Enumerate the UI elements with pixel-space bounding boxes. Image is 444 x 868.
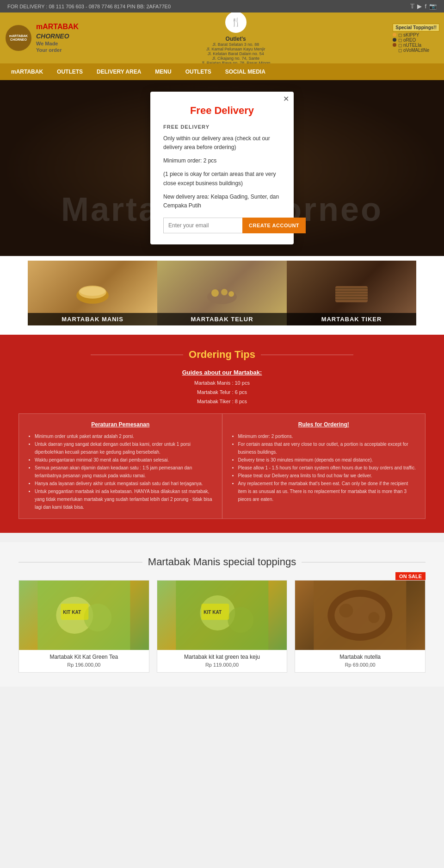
guides-title: Guides about our Martabak: [18,369,426,376]
svg-point-6 [228,291,234,297]
header-right: Special Toppings!! ◻ sKIPPY ◻ oREO ◻ nUT… [393,24,439,53]
twitter-icon[interactable]: 𝕋 [410,3,414,10]
topping-card-img-2: KIT KAT [157,581,287,650]
topping-card-price-1: Rp 196.000,00 [19,662,149,668]
nav-social[interactable]: SOCIAL MEDIA [219,65,272,79]
nav-outlets[interactable]: OUTLETS [50,65,89,79]
svg-text:KIT KAT: KIT KAT [63,610,81,615]
facebook-icon[interactable]: f [425,3,426,10]
rules-col-english: Rules for Ordering! Minimum order: 2 por… [222,414,426,518]
topping-card-2[interactable]: KIT KAT Martabak kit kat green tea keju … [157,580,288,673]
logo-circle: mARTABAKCHORNEO [5,24,32,52]
modal-paragraph-1: Only within our delivery area (check out… [163,134,281,152]
contact-info: FOR DELIVERY : 08 111 706 603 - 0878 774… [7,4,171,9]
topping-card-3[interactable]: Martabak nutella Rp 69.000,00 [295,580,426,673]
rules-col-indonesian: Peraturan Pemesanan Minimum order untuk … [19,414,222,518]
topping-card-price-2: Rp 119.000,00 [157,662,287,668]
svg-point-26 [339,604,353,618]
youtube-icon[interactable]: ▶ [417,3,422,10]
product-label-tiker: MARTABAK TIKER [287,313,416,325]
svg-text:KIT KAT: KIT KAT [204,610,222,615]
product-label-telur: MARTABAK TELUR [157,313,287,325]
on-sale-badge: ON SALE [395,572,426,581]
topping-oreo: ◻ oREO [393,37,439,43]
navigation: mARTABAK OUTLETS DELIVERY AREA MENU OUTL… [0,63,444,80]
topping-nutella: ◻ nUTELla [393,43,439,48]
modal-paragraph-3: (1 piece is okay for certain areas that … [163,170,281,187]
topping-card-1[interactable]: KIT KAT Martabak Kit Kat Green Tea Rp 19… [18,580,149,673]
free-delivery-modal: ✕ Free Delivery FREE DELIVERY Only withi… [150,92,294,244]
products-section: MARTABAK MANIS MARTABAK TELUR MARTABAK T… [0,256,444,335]
rules-en-list: Minimum order: 2 portions.For certain ar… [231,432,417,503]
logo-area: mARTABAKCHORNEO mARTABAK CHORNEO We Made… [5,22,79,54]
title-line-left [91,355,183,355]
title-line-right [261,355,353,355]
modal-paragraph-2: Minimum order: 2 pcs [163,156,281,165]
product-card-tiker[interactable]: MARTABAK TIKER [287,261,416,325]
toppings-line-left [18,562,142,562]
topping-card-img-3 [295,581,425,650]
topping-card-name-3: Martabak nutella [298,654,422,660]
toppings-title-wrap: Martabak Manis special toppings [18,556,426,568]
chef-logo: 🍴 [224,12,247,34]
topping-card-name-1: Martabak Kit Kat Green Tea [22,654,146,660]
toppings-grid: KIT KAT Martabak Kit Kat Green Tea Rp 19… [18,580,426,673]
nav-delivery[interactable]: DELIVERY AREA [90,65,148,79]
topping-ovomaltine: ◻ oVoMALtINe [393,48,439,53]
svg-point-27 [369,612,380,623]
product-card-telur[interactable]: MARTABAK TELUR [157,261,287,325]
rules-id-list: Minimum order untuk paket antar adalah 2… [27,432,214,511]
create-account-button[interactable]: CREATE ACCOUNT [242,218,306,233]
ordering-tips-title: Ordering Tips [189,349,255,361]
svg-point-20 [228,607,253,633]
guides-list: Martabak Manis : 10 pcsMartabak Telur : … [18,379,426,406]
product-card-manis[interactable]: MARTABAK MANIS [28,261,157,325]
toppings-line-right [302,562,426,562]
modal-close-button[interactable]: ✕ [283,95,289,103]
modal-subtitle: FREE DELIVERY [163,124,281,130]
modal-overlay: ✕ Free Delivery FREE DELIVERY Only withi… [0,80,444,256]
svg-point-5 [221,289,228,295]
modal-form: CREATE ACCOUNT [163,218,281,233]
toppings-section: Martabak Manis special toppings ON SALE … [0,542,444,687]
rules-grid: Peraturan Pemesanan Minimum order untuk … [18,413,426,519]
hero-section: Martabak Chorneo ✕ Free Delivery FREE DE… [0,80,444,256]
spacer [0,533,444,542]
rules-id-title: Peraturan Pemesanan [27,421,214,428]
toppings-title: Martabak Manis special toppings [148,556,296,568]
special-tag: Special Toppings!! [393,24,439,31]
nav-martabak[interactable]: mARTABAK [5,65,49,79]
ordering-tips-section: Ordering Tips Guides about our Martabak:… [0,335,444,533]
modal-paragraph-4: New delivery area: Kelapa Gading, Sunter… [163,193,281,210]
top-bar: FOR DELIVERY : 08 111 706 603 - 0878 774… [0,0,444,12]
logo-text: mARTABAK CHORNEO We Made Your order [36,22,79,54]
products-grid: MARTABAK MANIS MARTABAK TELUR MARTABAK T… [28,261,416,325]
product-label-manis: MARTABAK MANIS [28,313,157,325]
topping-card-name-2: Martabak kit kat green tea keju [160,654,284,660]
nav-outlets2[interactable]: OUTLETS [179,65,218,79]
header-center: 🍴 Outlet's Jl. Barat Selatan 3 no. 88 Jl… [201,12,270,63]
instagram-icon[interactable]: 📷 [429,3,437,10]
nav-menu[interactable]: MENU [148,65,178,79]
topping-card-img-1: KIT KAT [19,581,149,650]
email-input[interactable] [163,218,242,233]
topping-card-price-3: Rp 69.000,00 [295,662,425,668]
topping-skippy: ◻ sKIPPY [393,32,439,37]
ordering-tips-title-wrap: Ordering Tips [18,349,426,361]
svg-point-2 [80,287,105,296]
social-icons: 𝕋 ▶ f 📷 [410,3,437,10]
modal-title: Free Delivery [163,105,281,117]
rules-en-title: Rules for Ordering! [231,421,417,428]
svg-point-4 [211,289,219,297]
header: mARTABAKCHORNEO mARTABAK CHORNEO We Made… [0,12,444,63]
